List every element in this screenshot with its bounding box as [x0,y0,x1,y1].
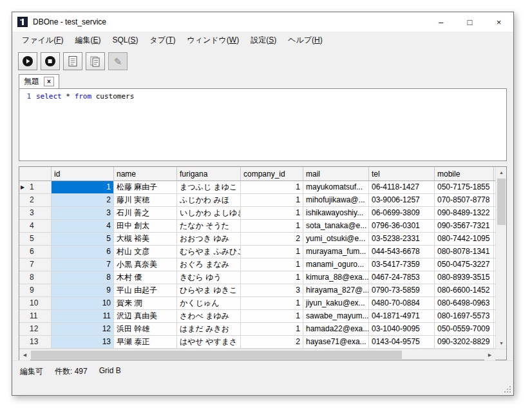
cell-mail[interactable]: murayama_fum... [303,246,369,258]
cell-mobile[interactable]: 050-7175-1855 [435,181,494,194]
select-all-header[interactable] [19,167,52,181]
cell-id[interactable]: 1 [52,181,114,194]
column-header-mobile[interactable]: mobile [435,167,494,181]
vertical-scrollbar[interactable]: ▲ ▼ [495,167,506,349]
tab-untitled[interactable]: 無題 × [19,74,59,88]
cell-mobile[interactable]: 090-3202-8829 [435,336,494,349]
cell-id[interactable]: 12 [52,323,114,336]
cell-tel[interactable]: 03-1040-9095 [369,323,435,336]
cell-mail[interactable]: mihofujikawa@... [303,194,369,207]
cell-company_id[interactable]: 3 [241,284,303,297]
row-selector[interactable]: 7 [19,258,52,271]
cell-name[interactable]: 沢辺 真由美 [114,310,177,323]
cell-mail[interactable]: kimura_88@exa... [303,271,369,284]
sql-editor[interactable]: 1select * from customers [19,88,507,161]
maximize-button[interactable]: □ [455,12,484,32]
row-selector[interactable]: 10 [19,297,52,310]
cell-tel[interactable]: 03-5417-7359 [369,258,435,271]
vertical-scroll-thumb[interactable] [497,179,506,225]
column-header-name[interactable]: name [114,167,177,181]
row-selector[interactable]: 3 [19,207,52,220]
cell-tel[interactable]: 03-5238-2331 [369,233,435,246]
row-selector[interactable]: 6 [19,246,52,258]
cell-id[interactable]: 5 [52,233,114,246]
cell-name[interactable]: 石川 善之 [114,207,177,220]
cell-company_id[interactable]: 1 [241,220,303,233]
row-selector[interactable]: ▶1 [19,181,52,194]
new-script-button[interactable] [63,52,82,70]
column-header-tel[interactable]: tel [369,167,435,181]
cell-company_id[interactable]: 1 [241,194,303,207]
cell-furigana[interactable]: ふじかわ みほ [177,194,241,207]
column-header-mail[interactable]: mail [303,167,369,181]
cell-name[interactable]: 田中 創太 [114,220,177,233]
cell-id[interactable]: 7 [52,258,114,271]
cell-id[interactable]: 2 [52,194,114,207]
cell-tel[interactable]: 06-4118-1427 [369,181,435,194]
cell-furigana[interactable]: きむら ゆう [177,271,241,284]
cell-mail[interactable]: ishikawayoshiy... [303,207,369,220]
row-selector[interactable]: 12 [19,323,52,336]
menu-item-0[interactable]: ファイル(F) [16,32,69,48]
cell-name[interactable]: 大槻 裕美 [114,233,177,246]
cell-name[interactable]: 早瀬 泰正 [114,336,177,349]
cell-company_id[interactable]: 2 [241,336,303,349]
cell-company_id[interactable]: 1 [241,258,303,271]
menu-item-1[interactable]: 編集(E) [69,32,106,48]
cell-mail[interactable]: jiyun_kaku@ex... [303,297,369,310]
row-selector[interactable]: 4 [19,220,52,233]
cell-mobile[interactable]: 090-3567-7321 [435,220,494,233]
cell-id[interactable]: 13 [52,336,114,349]
cell-company_id[interactable]: 1 [241,297,303,310]
cell-name[interactable]: 松藤 麻由子 [114,181,177,194]
close-button[interactable]: × [484,12,513,32]
cell-furigana[interactable]: まつふじ まゆこ [177,181,241,194]
cell-mobile[interactable]: 080-7442-1095 [435,233,494,246]
stop-button[interactable] [41,52,60,70]
cell-company_id[interactable]: 1 [241,246,303,258]
cell-name[interactable]: 小黒 真奈美 [114,258,177,271]
cell-tel[interactable]: 0143-04-9575 [369,336,435,349]
cell-id[interactable]: 6 [52,246,114,258]
row-selector[interactable]: 9 [19,284,52,297]
cell-company_id[interactable]: 1 [241,207,303,220]
cell-mobile[interactable]: 050-0475-3227 [435,258,494,271]
menu-item-3[interactable]: タブ(T) [144,32,182,48]
cell-tel[interactable]: 0790-73-5859 [369,284,435,297]
scroll-right-icon[interactable]: ▶ [484,349,495,360]
cell-tel[interactable]: 03-9006-1257 [369,194,435,207]
cell-mobile[interactable]: 080-1697-5573 [435,310,494,323]
cell-mobile[interactable]: 050-0559-7009 [435,323,494,336]
cell-id[interactable]: 4 [52,220,114,233]
cell-company_id[interactable]: 1 [241,181,303,194]
cell-furigana[interactable]: おおつき ゆみ [177,233,241,246]
cell-id[interactable]: 11 [52,310,114,323]
row-selector[interactable]: 2 [19,194,52,207]
cell-furigana[interactable]: たなか そうた [177,220,241,233]
cell-tel[interactable]: 06-0699-3809 [369,207,435,220]
row-selector[interactable]: 5 [19,233,52,246]
cell-furigana[interactable]: かくじゅん [177,297,241,310]
cell-company_id[interactable]: 1 [241,271,303,284]
menu-item-4[interactable]: ウィンドウ(W) [181,32,245,48]
scroll-up-icon[interactable]: ▲ [496,167,506,178]
cell-mobile[interactable]: 080-8078-1341 [435,246,494,258]
tab-close-icon[interactable]: × [44,77,54,86]
cell-mail[interactable]: hamada22@exa... [303,323,369,336]
menu-item-5[interactable]: 設定(S) [245,32,282,48]
cell-furigana[interactable]: さわべ まゆみ [177,310,241,323]
cell-name[interactable]: 藤川 実穂 [114,194,177,207]
cell-furigana[interactable]: おぐろ まなみ [177,258,241,271]
run-button[interactable] [18,52,37,70]
column-header-company_id[interactable]: company_id [241,167,303,181]
cell-name[interactable]: 平山 由起子 [114,284,177,297]
cell-company_id[interactable]: 2 [241,233,303,246]
cell-furigana[interactable]: むらやま ふみひこ [177,246,241,258]
cell-tel[interactable]: 04-1871-4971 [369,310,435,323]
column-header-furigana[interactable]: furigana [177,167,241,181]
row-selector[interactable]: 13 [19,336,52,349]
cell-tel[interactable]: 0467-24-7853 [369,271,435,284]
cell-tel[interactable]: 0480-70-0884 [369,297,435,310]
scroll-down-icon[interactable]: ▼ [496,338,506,349]
row-selector[interactable]: 8 [19,271,52,284]
